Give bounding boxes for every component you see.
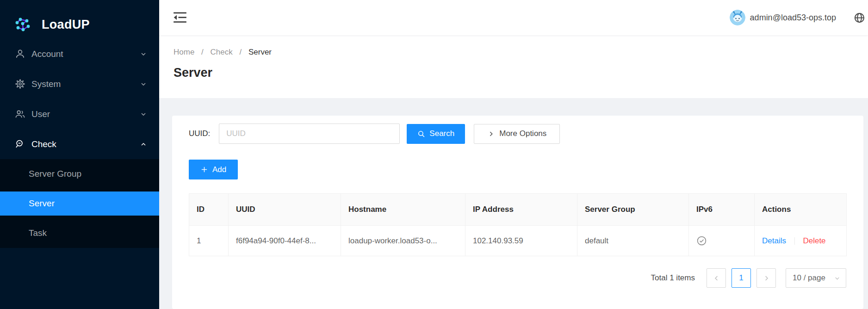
sidebar-item-label: System xyxy=(31,79,61,89)
uuid-input[interactable] xyxy=(219,124,400,144)
pagination-page-1[interactable]: 1 xyxy=(732,268,751,288)
sidebar-item-check[interactable]: Check xyxy=(0,129,159,159)
col-header-server-group: Server Group xyxy=(577,194,689,226)
sidebar-item-user[interactable]: User xyxy=(0,99,159,129)
sidebar-item-account[interactable]: Account xyxy=(0,39,159,69)
pagination-prev-button[interactable] xyxy=(707,268,726,288)
action-divider xyxy=(794,237,795,245)
add-button-label: Add xyxy=(212,165,226,174)
sidebar-item-label: Check xyxy=(31,139,56,149)
magnifier-icon xyxy=(15,139,25,149)
uuid-label: UUID: xyxy=(189,129,210,138)
breadcrumb-separator: / xyxy=(239,48,242,56)
page-title: Server xyxy=(174,66,868,80)
more-options-button[interactable]: More Options xyxy=(474,124,560,144)
page-size-label: 10 / page xyxy=(793,273,825,283)
cell-ip-address: 102.140.93.59 xyxy=(465,226,577,256)
search-button-label: Search xyxy=(429,129,454,138)
breadcrumb-current: Server xyxy=(248,48,272,56)
content-card: UUID: Search More Options xyxy=(172,116,863,309)
chevron-right-icon xyxy=(763,275,770,282)
col-header-ip: IP Address xyxy=(465,194,577,226)
table-header-row: ID UUID Hostname IP Address Server Group… xyxy=(189,194,847,226)
chevron-up-icon xyxy=(140,141,147,148)
sidebar-item-label: Task xyxy=(29,228,47,238)
topbar: admin@load53-ops.top xyxy=(159,0,868,35)
sidebar-menu: Account System xyxy=(0,39,159,248)
breadcrumb-separator: / xyxy=(201,48,204,56)
breadcrumb-home[interactable]: Home xyxy=(174,48,194,56)
add-button[interactable]: Add xyxy=(189,160,238,179)
breadcrumb-check[interactable]: Check xyxy=(211,48,233,56)
server-table: ID UUID Hostname IP Address Server Group… xyxy=(189,193,847,256)
chevron-down-icon xyxy=(140,50,147,58)
delete-link[interactable]: Delete xyxy=(803,236,825,245)
check-circle-icon xyxy=(696,235,707,246)
cell-actions: Details Delete xyxy=(755,226,847,256)
pagination-total: Total 1 items xyxy=(651,273,695,283)
sidebar-item-task[interactable]: Task xyxy=(0,218,159,248)
content-area: UUID: Search More Options xyxy=(159,98,868,309)
cell-ipv6 xyxy=(689,226,755,256)
details-link[interactable]: Details xyxy=(762,236,786,245)
network-graph-icon xyxy=(15,17,31,32)
table-row: 1 f6f94a94-90f0-44ef-8... loadup-worker.… xyxy=(189,226,847,256)
pagination-next-button[interactable] xyxy=(756,268,776,288)
app-logo: LoadUP xyxy=(0,0,159,39)
plus-icon xyxy=(200,166,208,173)
check-submenu: Server Group Server Task xyxy=(0,159,159,248)
filter-row: UUID: Search More Options xyxy=(189,124,847,144)
chevron-left-icon xyxy=(713,275,720,282)
menu-fold-icon[interactable] xyxy=(173,12,187,24)
sidebar-item-server[interactable]: Server xyxy=(0,192,159,216)
sidebar-item-label: User xyxy=(31,109,50,119)
cell-id: 1 xyxy=(189,226,229,256)
sidebar-item-label: Server Group xyxy=(29,169,81,179)
globe-icon[interactable] xyxy=(854,12,865,24)
avatar[interactable] xyxy=(730,10,745,25)
cell-uuid: f6f94a94-90f0-44ef-8... xyxy=(229,226,341,256)
page-size-select[interactable]: 10 / page xyxy=(786,268,846,288)
col-header-actions: Actions xyxy=(755,194,847,226)
page-header: Home / Check / Server Server xyxy=(159,35,868,98)
chevron-down-icon xyxy=(834,275,840,281)
col-header-id: ID xyxy=(189,194,229,226)
user-email[interactable]: admin@load53-ops.top xyxy=(750,13,836,23)
main-area: admin@load53-ops.top Home / Check / Serv… xyxy=(159,0,868,309)
search-icon xyxy=(417,130,425,138)
sidebar-item-system[interactable]: System xyxy=(0,69,159,99)
sidebar-item-label: Account xyxy=(31,49,63,59)
chevron-right-icon xyxy=(487,130,495,138)
chevron-down-icon xyxy=(140,80,147,88)
app-title: LoadUP xyxy=(42,18,90,32)
cell-hostname: loadup-worker.load53-o... xyxy=(341,226,465,256)
gear-icon xyxy=(15,79,25,89)
sidebar-item-server-group[interactable]: Server Group xyxy=(0,159,159,189)
user-icon xyxy=(15,49,25,59)
sidebar: LoadUP Account xyxy=(0,0,159,309)
sidebar-item-label: Server xyxy=(29,198,55,209)
chevron-down-icon xyxy=(140,111,147,118)
app-root: LoadUP Account xyxy=(0,0,868,309)
cell-server-group: default xyxy=(577,226,689,256)
topbar-user-area: admin@load53-ops.top xyxy=(730,10,865,25)
col-header-hostname: Hostname xyxy=(341,194,465,226)
col-header-ipv6: IPv6 xyxy=(689,194,755,226)
breadcrumb: Home / Check / Server xyxy=(174,48,868,57)
search-button[interactable]: Search xyxy=(407,124,465,144)
pagination: Total 1 items 1 10 / page xyxy=(189,268,846,288)
col-header-uuid: UUID xyxy=(229,194,341,226)
more-options-label: More Options xyxy=(499,129,546,138)
team-icon xyxy=(15,109,25,119)
